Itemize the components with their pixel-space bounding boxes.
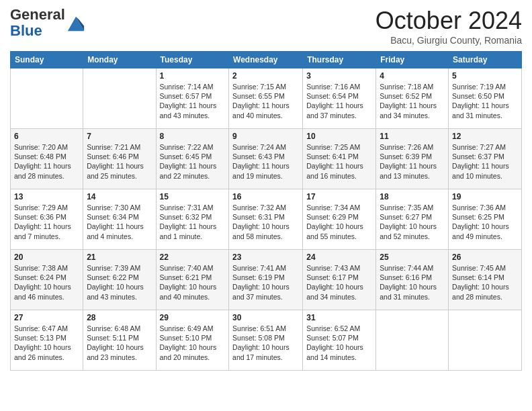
calendar-week-row: 6Sunrise: 7:20 AM Sunset: 6:48 PM Daylig… <box>11 129 522 189</box>
calendar-day-cell: 25Sunrise: 7:44 AM Sunset: 6:16 PM Dayli… <box>376 250 449 310</box>
day-info: Sunrise: 7:16 AM Sunset: 6:54 PM Dayligh… <box>306 82 372 120</box>
day-number: 5 <box>452 71 518 81</box>
day-info: Sunrise: 7:14 AM Sunset: 6:57 PM Dayligh… <box>160 82 226 120</box>
day-number: 12 <box>452 132 518 141</box>
day-info: Sunrise: 7:26 AM Sunset: 6:39 PM Dayligh… <box>380 142 445 181</box>
day-number: 20 <box>14 253 79 262</box>
calendar-day-cell: 24Sunrise: 7:43 AM Sunset: 6:17 PM Dayli… <box>303 250 376 310</box>
day-number: 15 <box>160 192 226 201</box>
calendar-week-row: 13Sunrise: 7:29 AM Sunset: 6:36 PM Dayli… <box>11 189 522 250</box>
header: General Blue October 2024 Bacu, Giurgiu … <box>10 7 522 46</box>
calendar-day-cell: 29Sunrise: 6:49 AM Sunset: 5:10 PM Dayli… <box>156 310 229 371</box>
day-info: Sunrise: 7:29 AM Sunset: 6:36 PM Dayligh… <box>14 203 79 241</box>
day-number: 2 <box>232 71 299 81</box>
calendar-week-row: 27Sunrise: 6:47 AM Sunset: 5:13 PM Dayli… <box>11 310 522 371</box>
day-number: 6 <box>14 132 79 141</box>
calendar-day-cell <box>376 310 449 371</box>
day-number: 21 <box>87 253 152 262</box>
calendar-week-row: 20Sunrise: 7:38 AM Sunset: 6:24 PM Dayli… <box>11 250 522 310</box>
logo-icon <box>66 13 85 32</box>
calendar-day-cell: 26Sunrise: 7:45 AM Sunset: 6:14 PM Dayli… <box>449 250 522 310</box>
calendar-day-cell: 22Sunrise: 7:40 AM Sunset: 6:21 PM Dayli… <box>156 250 229 310</box>
day-info: Sunrise: 6:47 AM Sunset: 5:13 PM Dayligh… <box>14 324 79 362</box>
calendar-day-cell: 4Sunrise: 7:18 AM Sunset: 6:52 PM Daylig… <box>376 68 449 129</box>
day-info: Sunrise: 7:30 AM Sunset: 6:34 PM Dayligh… <box>87 203 152 241</box>
day-number: 10 <box>306 132 372 141</box>
calendar-day-cell: 12Sunrise: 7:27 AM Sunset: 6:37 PM Dayli… <box>449 129 522 189</box>
day-of-week-header: Saturday <box>449 52 522 68</box>
day-info: Sunrise: 7:24 AM Sunset: 6:43 PM Dayligh… <box>232 142 299 181</box>
day-info: Sunrise: 7:41 AM Sunset: 6:19 PM Dayligh… <box>232 263 299 302</box>
calendar-day-cell <box>83 68 156 129</box>
month-title: October 2024 <box>375 7 522 35</box>
calendar-day-cell: 9Sunrise: 7:24 AM Sunset: 6:43 PM Daylig… <box>229 129 303 189</box>
day-number: 14 <box>87 192 152 201</box>
day-number: 30 <box>232 313 299 322</box>
day-info: Sunrise: 7:19 AM Sunset: 6:50 PM Dayligh… <box>452 82 518 120</box>
day-number: 29 <box>160 313 226 322</box>
calendar-header-row: SundayMondayTuesdayWednesdayThursdayFrid… <box>11 52 522 68</box>
calendar-day-cell: 31Sunrise: 6:52 AM Sunset: 5:07 PM Dayli… <box>303 310 376 371</box>
day-info: Sunrise: 7:32 AM Sunset: 6:31 PM Dayligh… <box>232 203 299 241</box>
calendar-day-cell: 23Sunrise: 7:41 AM Sunset: 6:19 PM Dayli… <box>229 250 303 310</box>
day-of-week-header: Wednesday <box>229 52 303 68</box>
day-info: Sunrise: 7:35 AM Sunset: 6:27 PM Dayligh… <box>380 203 445 241</box>
calendar-day-cell: 20Sunrise: 7:38 AM Sunset: 6:24 PM Dayli… <box>11 250 83 310</box>
day-number: 26 <box>452 253 518 262</box>
day-info: Sunrise: 6:51 AM Sunset: 5:08 PM Dayligh… <box>232 324 299 362</box>
day-number: 24 <box>306 253 372 262</box>
calendar-table: SundayMondayTuesdayWednesdayThursdayFrid… <box>10 51 522 371</box>
day-info: Sunrise: 7:20 AM Sunset: 6:48 PM Dayligh… <box>14 142 79 181</box>
calendar-day-cell: 2Sunrise: 7:15 AM Sunset: 6:55 PM Daylig… <box>229 68 303 129</box>
day-number: 8 <box>160 132 226 141</box>
day-info: Sunrise: 7:36 AM Sunset: 6:25 PM Dayligh… <box>452 203 518 241</box>
day-number: 25 <box>380 253 445 262</box>
day-info: Sunrise: 7:25 AM Sunset: 6:41 PM Dayligh… <box>306 142 372 181</box>
calendar-week-row: 1Sunrise: 7:14 AM Sunset: 6:57 PM Daylig… <box>11 68 522 129</box>
logo: General Blue <box>10 7 85 39</box>
logo-text: General Blue <box>10 7 65 39</box>
day-number: 9 <box>232 132 299 141</box>
day-info: Sunrise: 7:21 AM Sunset: 6:46 PM Dayligh… <box>87 142 152 181</box>
day-info: Sunrise: 7:18 AM Sunset: 6:52 PM Dayligh… <box>380 82 445 120</box>
day-number: 19 <box>452 192 518 201</box>
calendar-day-cell: 14Sunrise: 7:30 AM Sunset: 6:34 PM Dayli… <box>83 189 156 250</box>
day-number: 3 <box>306 71 372 81</box>
day-number: 31 <box>306 313 372 322</box>
day-number: 22 <box>160 253 226 262</box>
calendar-day-cell: 19Sunrise: 7:36 AM Sunset: 6:25 PM Dayli… <box>449 189 522 250</box>
day-info: Sunrise: 7:22 AM Sunset: 6:45 PM Dayligh… <box>160 142 226 181</box>
day-info: Sunrise: 7:43 AM Sunset: 6:17 PM Dayligh… <box>306 263 372 302</box>
calendar-day-cell: 6Sunrise: 7:20 AM Sunset: 6:48 PM Daylig… <box>11 129 83 189</box>
day-info: Sunrise: 7:27 AM Sunset: 6:37 PM Dayligh… <box>452 142 518 181</box>
day-of-week-header: Monday <box>83 52 156 68</box>
calendar-day-cell <box>11 68 83 129</box>
calendar-day-cell: 11Sunrise: 7:26 AM Sunset: 6:39 PM Dayli… <box>376 129 449 189</box>
calendar-day-cell: 8Sunrise: 7:22 AM Sunset: 6:45 PM Daylig… <box>156 129 229 189</box>
day-number: 27 <box>14 313 79 322</box>
day-number: 16 <box>232 192 299 201</box>
day-info: Sunrise: 6:48 AM Sunset: 5:11 PM Dayligh… <box>87 324 152 362</box>
day-number: 28 <box>87 313 152 322</box>
calendar-day-cell: 1Sunrise: 7:14 AM Sunset: 6:57 PM Daylig… <box>156 68 229 129</box>
calendar-day-cell: 16Sunrise: 7:32 AM Sunset: 6:31 PM Dayli… <box>229 189 303 250</box>
day-number: 23 <box>232 253 299 262</box>
day-number: 4 <box>380 71 445 81</box>
calendar-day-cell: 28Sunrise: 6:48 AM Sunset: 5:11 PM Dayli… <box>83 310 156 371</box>
calendar-day-cell: 3Sunrise: 7:16 AM Sunset: 6:54 PM Daylig… <box>303 68 376 129</box>
day-info: Sunrise: 6:52 AM Sunset: 5:07 PM Dayligh… <box>306 324 372 362</box>
day-number: 17 <box>306 192 372 201</box>
location-subtitle: Bacu, Giurgiu County, Romania <box>375 35 522 46</box>
calendar-day-cell: 21Sunrise: 7:39 AM Sunset: 6:22 PM Dayli… <box>83 250 156 310</box>
calendar-day-cell <box>449 310 522 371</box>
calendar-day-cell: 10Sunrise: 7:25 AM Sunset: 6:41 PM Dayli… <box>303 129 376 189</box>
day-info: Sunrise: 7:40 AM Sunset: 6:21 PM Dayligh… <box>160 263 226 302</box>
day-info: Sunrise: 7:44 AM Sunset: 6:16 PM Dayligh… <box>380 263 445 302</box>
calendar-day-cell: 17Sunrise: 7:34 AM Sunset: 6:29 PM Dayli… <box>303 189 376 250</box>
day-of-week-header: Sunday <box>11 52 83 68</box>
calendar-day-cell: 30Sunrise: 6:51 AM Sunset: 5:08 PM Dayli… <box>229 310 303 371</box>
day-of-week-header: Friday <box>376 52 449 68</box>
page-container: General Blue October 2024 Bacu, Giurgiu … <box>0 0 532 377</box>
day-number: 13 <box>14 192 79 201</box>
calendar-day-cell: 13Sunrise: 7:29 AM Sunset: 6:36 PM Dayli… <box>11 189 83 250</box>
